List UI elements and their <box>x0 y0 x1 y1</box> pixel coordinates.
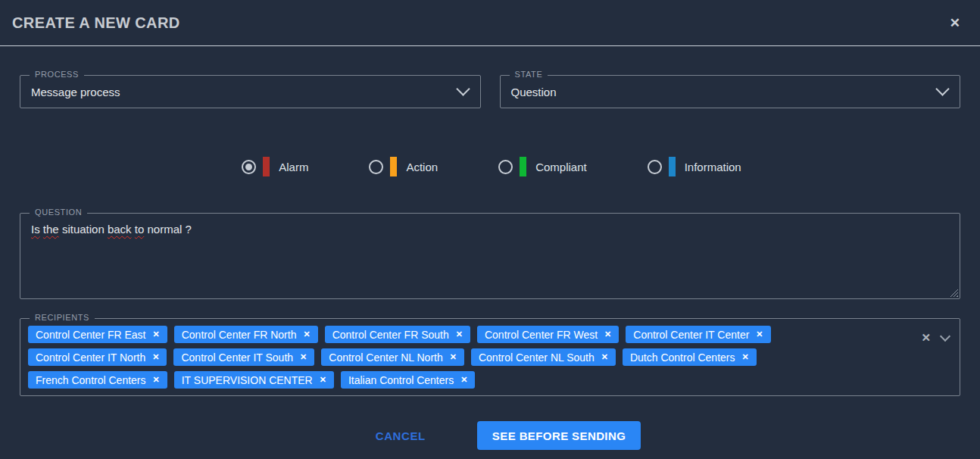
chip-remove-icon[interactable]: ✕ <box>601 353 608 361</box>
recipients-multiselect[interactable]: RECIPIENTS Control Center FR East✕Contro… <box>20 318 960 396</box>
cancel-button[interactable]: CANCEL <box>376 429 426 442</box>
recipient-chip-label: Control Center IT South <box>181 351 293 364</box>
recipients-controls: ✕ <box>921 331 949 345</box>
chip-remove-icon[interactable]: ✕ <box>604 330 611 339</box>
recipients-clear-icon[interactable]: ✕ <box>921 331 931 345</box>
question-textarea[interactable]: QUESTION Is the situation back to normal… <box>20 213 960 299</box>
severity-option-compliant[interactable]: Compliant <box>498 157 587 176</box>
severity-color-bar <box>520 157 526 176</box>
severity-label: Compliant <box>535 161 587 173</box>
recipient-chip[interactable]: French Control Centers✕ <box>28 371 167 389</box>
chip-remove-icon[interactable]: ✕ <box>460 376 467 384</box>
recipient-chip[interactable]: Control Center NL North✕ <box>321 348 464 366</box>
question-label: QUESTION <box>30 208 87 217</box>
chip-remove-icon[interactable]: ✕ <box>450 353 457 361</box>
question-section: QUESTION Is the situation back to normal… <box>20 213 960 299</box>
severity-option-action[interactable]: Action <box>369 157 438 176</box>
radio-button[interactable] <box>648 160 662 174</box>
severity-option-information[interactable]: Information <box>648 157 741 176</box>
recipient-chip-label: French Control Centers <box>36 374 146 386</box>
state-label: STATE <box>510 70 548 79</box>
recipient-chip-label: Control Center FR West <box>485 329 598 341</box>
severity-option-alarm[interactable]: Alarm <box>242 157 308 176</box>
resize-handle[interactable] <box>950 289 958 297</box>
severity-color-bar <box>263 157 270 176</box>
modal-header: CREATE A NEW CARD ✕ <box>0 0 980 46</box>
modal-title: CREATE A NEW CARD <box>12 14 180 32</box>
footer-actions: CANCEL SEE BEFORE SENDING <box>18 421 980 450</box>
recipient-chip-label: Italian Control Centers <box>348 374 454 386</box>
recipient-chip[interactable]: Control Center NL South✕ <box>471 348 616 366</box>
create-card-modal: CREATE A NEW CARD ✕ PROCESS Message proc… <box>0 0 980 450</box>
recipient-chip-label: Control Center IT Center <box>633 329 749 341</box>
severity-label: Action <box>406 161 438 173</box>
severity-label: Information <box>685 161 741 173</box>
chip-remove-icon[interactable]: ✕ <box>756 330 763 339</box>
recipient-chip[interactable]: Control Center FR North✕ <box>174 326 318 343</box>
recipient-chip-label: IT SUPERVISION CENTER <box>182 374 313 386</box>
chip-remove-icon[interactable]: ✕ <box>153 376 160 384</box>
radio-button[interactable] <box>369 160 383 174</box>
chip-remove-icon[interactable]: ✕ <box>456 330 463 339</box>
recipient-chip[interactable]: Control Center IT South✕ <box>173 348 314 366</box>
recipient-chip-label: Control Center FR South <box>332 329 449 341</box>
chip-remove-icon[interactable]: ✕ <box>303 330 310 339</box>
chip-remove-icon[interactable]: ✕ <box>300 353 307 361</box>
see-before-sending-button[interactable]: SEE BEFORE SENDING <box>477 421 641 450</box>
severity-color-bar <box>390 157 397 176</box>
chip-remove-icon[interactable]: ✕ <box>153 330 160 339</box>
recipient-chip[interactable]: Control Center IT Center✕ <box>626 326 770 343</box>
severity-label: Alarm <box>279 161 308 173</box>
process-select[interactable]: PROCESS Message process <box>20 75 481 108</box>
recipient-chip[interactable]: Control Center IT North✕ <box>28 348 167 366</box>
severity-radio-group: Alarm Action Compliant Information <box>2 157 980 176</box>
state-select[interactable]: STATE Question <box>500 75 961 108</box>
recipient-chip[interactable]: Control Center FR West✕ <box>477 326 619 343</box>
recipient-chip-label: Control Center IT North <box>36 351 145 364</box>
process-value: Message process <box>31 86 120 98</box>
chip-remove-icon[interactable]: ✕ <box>320 376 326 384</box>
close-icon[interactable]: ✕ <box>944 12 966 34</box>
recipient-chip-label: Control Center NL South <box>479 351 595 364</box>
process-state-row: PROCESS Message process STATE Question <box>20 75 960 108</box>
recipient-chip[interactable]: Control Center FR South✕ <box>325 326 470 343</box>
recipients-label: RECIPIENTS <box>30 313 95 322</box>
chevron-down-icon <box>456 82 470 95</box>
process-label: PROCESS <box>30 70 84 79</box>
severity-color-bar <box>669 157 676 176</box>
recipient-chip[interactable]: Control Center FR East✕ <box>28 326 167 343</box>
recipient-chip-label: Control Center FR East <box>36 329 146 341</box>
radio-button[interactable] <box>242 160 256 174</box>
recipient-chip[interactable]: Italian Control Centers✕ <box>341 371 476 389</box>
recipient-chip-label: Dutch Control Centers <box>630 351 735 364</box>
recipient-chip-label: Control Center NL North <box>329 351 442 364</box>
recipients-chip-list: Control Center FR East✕Control Center FR… <box>28 326 900 389</box>
recipient-chip[interactable]: IT SUPERVISION CENTER✕ <box>174 371 334 389</box>
chip-remove-icon[interactable]: ✕ <box>741 353 748 361</box>
recipient-chip-label: Control Center FR North <box>182 329 297 341</box>
recipient-chip[interactable]: Dutch Control Centers✕ <box>623 348 757 366</box>
chip-remove-icon[interactable]: ✕ <box>152 353 159 361</box>
chevron-down-icon <box>935 82 949 95</box>
state-value: Question <box>511 86 557 98</box>
radio-button[interactable] <box>498 160 513 174</box>
recipients-chevron-down-icon[interactable] <box>940 330 950 341</box>
recipients-section: RECIPIENTS Control Center FR East✕Contro… <box>20 318 960 396</box>
question-text: Is the situation back to normal ? <box>31 222 949 237</box>
